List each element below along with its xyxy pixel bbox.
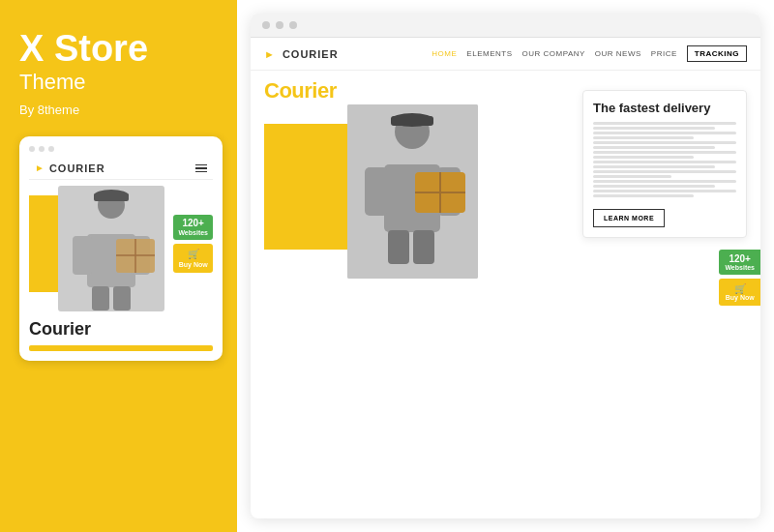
right-panel: ► COURIER HOME ELEMENTS OUR COMPANY OUR …: [251, 14, 760, 518]
lorem-line-16: [593, 194, 694, 197]
content-card: The fastest delivery: [582, 90, 747, 238]
nav-links: HOME ELEMENTS OUR COMPANY OUR NEWS PRICE…: [432, 45, 747, 62]
browser-dots: [29, 146, 213, 152]
lorem-line-7: [593, 151, 736, 154]
right-badges: 120+ Websites 🛒 Buy Now: [719, 250, 760, 306]
mobile-badge-label: Websites: [178, 229, 208, 237]
badge-buy[interactable]: 🛒 Buy Now: [719, 279, 760, 306]
lorem-line-10: [593, 165, 715, 168]
app-title: X Store: [19, 29, 218, 70]
learn-more-button[interactable]: LEARN MORE: [593, 209, 665, 227]
website-logo-text: COURIER: [283, 48, 339, 60]
app-subtitle: Theme: [19, 70, 218, 95]
svg-rect-10: [94, 193, 129, 201]
svg-rect-14: [365, 167, 388, 216]
nav-link-news[interactable]: OUR NEWS: [595, 49, 641, 58]
dot-yellow: [39, 146, 45, 152]
left-panel: X Store Theme By 8theme ► COURIER: [0, 0, 237, 532]
nav-tracking-button[interactable]: TRACKING: [687, 45, 747, 62]
mobile-person-image: [58, 186, 164, 311]
svg-rect-22: [391, 116, 433, 126]
nav-link-home[interactable]: HOME: [432, 49, 457, 58]
lorem-line-1: [593, 122, 736, 125]
hero-person-image: [347, 104, 478, 279]
lorem-line-12: [593, 175, 671, 178]
lorem-line-15: [593, 190, 736, 192]
dot-red: [29, 146, 35, 152]
mobile-logo: ► COURIER: [35, 163, 105, 174]
cart-buy-icon: 🛒: [725, 283, 755, 294]
dot-green: [48, 146, 54, 152]
hero-section: Courier: [251, 71, 760, 518]
mobile-badges: 120+ Websites 🛒 Buy Now: [173, 215, 213, 273]
lorem-line-9: [593, 161, 736, 163]
nav-link-company[interactable]: OUR COMPANY: [521, 49, 584, 58]
lorem-line-8: [593, 156, 694, 159]
lorem-line-5: [593, 141, 736, 144]
mobile-mockup: ► COURIER: [19, 136, 223, 361]
browser-dot-2: [276, 21, 283, 29]
mobile-badge-websites: 120+ Websites: [173, 215, 213, 240]
mobile-logo-text: COURIER: [49, 163, 105, 174]
website-logo-arrow: ►: [264, 48, 276, 60]
browser-dot-1: [262, 21, 270, 29]
mobile-buy-label: Buy Now: [178, 260, 208, 269]
nav-link-elements[interactable]: ELEMENTS: [466, 49, 512, 58]
lorem-line-14: [593, 185, 715, 188]
cart-icon: 🛒: [178, 248, 208, 260]
mobile-badge-buy[interactable]: 🛒 Buy Now: [173, 244, 213, 273]
website-main: Courier: [251, 71, 760, 518]
badge-websites-label: Websites: [725, 264, 755, 271]
nav-link-price[interactable]: PRICE: [651, 49, 677, 58]
lorem-line-2: [593, 127, 715, 130]
browser-dot-3: [289, 21, 297, 29]
app-by: By 8theme: [19, 103, 218, 117]
browser-chrome: [251, 14, 760, 38]
mobile-yellow-bar: [29, 345, 213, 351]
logo-arrow-icon: ►: [35, 163, 45, 173]
mobile-nav: ► COURIER: [29, 158, 213, 180]
website-content: ► COURIER HOME ELEMENTS OUR COMPANY OUR …: [251, 38, 760, 518]
svg-rect-17: [413, 230, 434, 264]
svg-rect-16: [388, 230, 409, 264]
website-logo: ► COURIER: [264, 48, 339, 60]
lorem-line-4: [593, 136, 694, 139]
badge-websites-num: 120+: [725, 253, 755, 264]
hero-title-text: Courier: [264, 78, 337, 103]
mobile-site-title: Courier: [29, 319, 213, 340]
svg-rect-5: [113, 286, 131, 310]
badge-buy-label: Buy Now: [725, 294, 755, 301]
lorem-lines: [593, 122, 736, 197]
lorem-line-6: [593, 146, 715, 149]
badge-websites: 120+ Websites: [719, 250, 760, 275]
lorem-line-3: [593, 132, 736, 134]
mobile-hero-area: 120+ Websites 🛒 Buy Now: [29, 186, 213, 311]
svg-rect-4: [92, 286, 109, 310]
website-nav: ► COURIER HOME ELEMENTS OUR COMPANY OUR …: [251, 38, 760, 71]
mobile-badge-num: 120+: [178, 218, 208, 229]
svg-rect-2: [73, 236, 92, 275]
fastest-delivery-text: The fastest delivery: [593, 101, 736, 116]
website-hero-title: Courier: [264, 78, 337, 103]
hamburger-menu-icon[interactable]: [195, 164, 207, 173]
lorem-line-11: [593, 170, 736, 173]
lorem-line-13: [593, 180, 736, 183]
